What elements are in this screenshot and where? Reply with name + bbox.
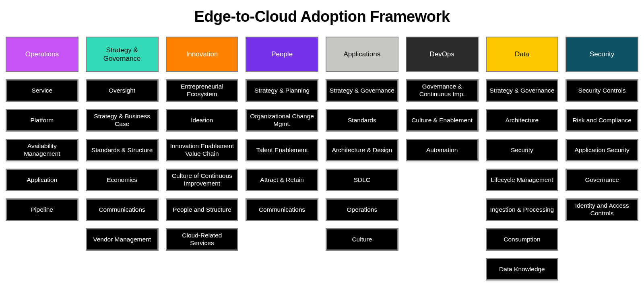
item-box: Security Controls (566, 79, 638, 102)
item-box: Strategy & Governance (486, 79, 559, 102)
item-box: Architecture & Design (326, 139, 398, 161)
column-header-strategy-governance: Strategy & Governance (86, 37, 159, 72)
column-header-innovation: Innovation (166, 37, 239, 72)
item-box: Pipeline (6, 198, 78, 221)
item-box: Availability Management (6, 139, 78, 161)
page-title: Edge-to-Cloud Adoption Framework (6, 8, 638, 25)
column-header-people: People (246, 37, 318, 72)
item-box: Ingestion & Processing (486, 198, 559, 221)
column-operations: OperationsServicePlatformAvailability Ma… (6, 37, 78, 221)
item-box: Innovation Enablement Value Chain (166, 139, 239, 161)
column-header-operations: Operations (6, 37, 78, 72)
item-box: Identity and Access Controls (566, 198, 638, 221)
item-box: Consumption (486, 228, 559, 251)
item-box: Communications (246, 198, 318, 221)
item-box: Culture of Continuous Improvement (166, 169, 239, 191)
column-data: DataStrategy & GovernanceArchitectureSec… (486, 37, 559, 280)
column-items-data: Strategy & GovernanceArchitectureSecurit… (486, 79, 559, 280)
item-box: Governance & Continuous Imp. (406, 79, 479, 102)
column-header-data: Data (486, 37, 559, 72)
item-box: Governance (566, 169, 638, 191)
item-box: Service (6, 79, 78, 102)
column-strategy-governance: Strategy & GovernanceOversightStrategy &… (86, 37, 159, 251)
item-box: Attract & Retain (246, 169, 318, 191)
item-box: Culture & Enablement (406, 109, 479, 132)
item-box: People and Structure (166, 198, 239, 221)
item-box: Standards (326, 109, 398, 132)
item-box: Strategy & Governance (326, 79, 398, 102)
column-header-security: Security (566, 37, 638, 72)
item-box: Strategy & Planning (246, 79, 318, 102)
item-box: Application (6, 169, 78, 191)
column-items-strategy-governance: OversightStrategy & Business CaseStandar… (86, 79, 159, 251)
item-box: Architecture (486, 109, 559, 132)
item-box: Risk and Compliance (566, 109, 638, 132)
column-header-applications: Applications (326, 37, 398, 72)
item-box: Automation (406, 139, 479, 161)
column-items-innovation: Entrepreneurial EcosystemIdeationInnovat… (166, 79, 239, 251)
column-items-operations: ServicePlatformAvailability ManagementAp… (6, 79, 78, 221)
item-box: Application Security (566, 139, 638, 161)
item-box: Operations (326, 198, 398, 221)
column-security: SecuritySecurity ControlsRisk and Compli… (566, 37, 638, 221)
item-box: Platform (6, 109, 78, 132)
item-box: Culture (326, 228, 398, 251)
item-box: Oversight (86, 79, 159, 102)
framework-grid: OperationsServicePlatformAvailability Ma… (6, 37, 638, 280)
item-box: Standards & Structure (86, 139, 159, 161)
item-box: SDLC (326, 169, 398, 191)
item-box: Talent Enablement (246, 139, 318, 161)
item-box: Organizational Change Mgmt. (246, 109, 318, 132)
item-box: Communications (86, 198, 159, 221)
item-box: Lifecycle Management (486, 169, 559, 191)
column-header-devops: DevOps (406, 37, 479, 72)
item-box: Economics (86, 169, 159, 191)
column-innovation: InnovationEntrepreneurial EcosystemIdeat… (166, 37, 239, 251)
column-applications: ApplicationsStrategy & GovernanceStandar… (326, 37, 398, 251)
column-items-people: Strategy & PlanningOrganizational Change… (246, 79, 318, 221)
item-box: Security (486, 139, 559, 161)
column-items-devops: Governance & Continuous Imp.Culture & En… (406, 79, 479, 161)
column-items-security: Security ControlsRisk and ComplianceAppl… (566, 79, 638, 221)
item-box: Entrepreneurial Ecosystem (166, 79, 239, 102)
item-box: Strategy & Business Case (86, 109, 159, 132)
item-box: Ideation (166, 109, 239, 132)
item-box: Vendor Management (86, 228, 159, 251)
column-people: PeopleStrategy & PlanningOrganizational … (246, 37, 318, 221)
column-items-applications: Strategy & GovernanceStandardsArchitectu… (326, 79, 398, 251)
item-box: Data Knowledge (486, 258, 559, 280)
item-box: Cloud-Related Services (166, 228, 239, 251)
column-devops: DevOpsGovernance & Continuous Imp.Cultur… (406, 37, 479, 161)
